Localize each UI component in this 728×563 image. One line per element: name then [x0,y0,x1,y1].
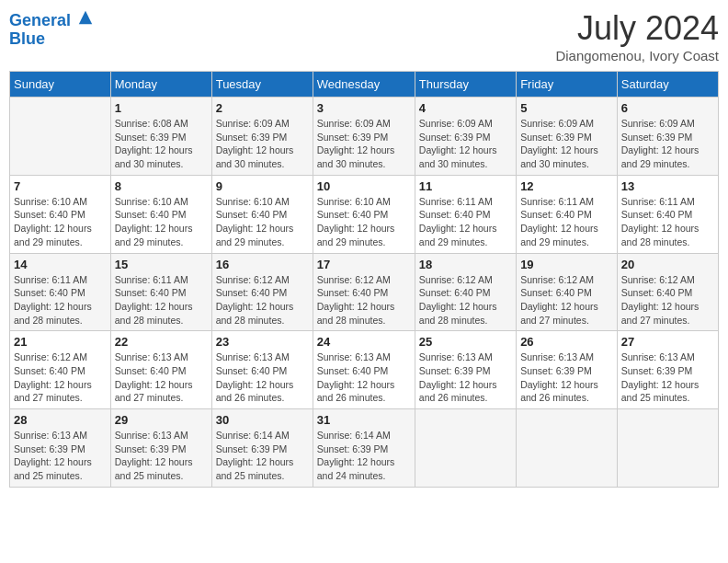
calendar-cell [415,409,516,488]
day-info: Sunrise: 6:11 AM Sunset: 6:40 PM Dayligh… [520,195,613,249]
day-info: Sunrise: 6:14 AM Sunset: 6:39 PM Dayligh… [216,429,309,483]
day-number: 15 [115,258,208,271]
calendar-week-row: 14Sunrise: 6:11 AM Sunset: 6:40 PM Dayli… [10,253,719,331]
day-info: Sunrise: 6:12 AM Sunset: 6:40 PM Dayligh… [520,273,613,327]
calendar-cell: 4Sunrise: 6:09 AM Sunset: 6:39 PM Daylig… [415,98,516,176]
calendar-week-row: 1Sunrise: 6:08 AM Sunset: 6:39 PM Daylig… [10,98,719,176]
day-info: Sunrise: 6:11 AM Sunset: 6:40 PM Dayligh… [115,273,208,327]
day-info: Sunrise: 6:09 AM Sunset: 6:39 PM Dayligh… [419,117,512,171]
day-info: Sunrise: 6:13 AM Sunset: 6:40 PM Dayligh… [115,350,208,405]
day-number: 4 [419,101,512,115]
day-header-thursday: Thursday [415,72,516,98]
day-info: Sunrise: 6:10 AM Sunset: 6:40 PM Dayligh… [115,195,208,249]
calendar-cell: 26Sunrise: 6:13 AM Sunset: 6:39 PM Dayli… [517,331,618,409]
day-header-saturday: Saturday [617,72,718,98]
day-info: Sunrise: 6:11 AM Sunset: 6:40 PM Dayligh… [419,195,512,249]
calendar-cell: 28Sunrise: 6:13 AM Sunset: 6:39 PM Dayli… [10,409,111,488]
day-info: Sunrise: 6:13 AM Sunset: 6:39 PM Dayligh… [14,429,107,483]
calendar-cell: 11Sunrise: 6:11 AM Sunset: 6:40 PM Dayli… [415,175,516,253]
calendar-cell: 3Sunrise: 6:09 AM Sunset: 6:39 PM Daylig… [313,98,415,176]
calendar-cell: 27Sunrise: 6:13 AM Sunset: 6:39 PM Dayli… [617,331,718,409]
day-number: 29 [115,413,208,427]
calendar-week-row: 28Sunrise: 6:13 AM Sunset: 6:39 PM Dayli… [10,409,719,488]
day-number: 16 [216,258,309,271]
day-number: 2 [216,101,309,115]
day-info: Sunrise: 6:12 AM Sunset: 6:40 PM Dayligh… [14,350,107,405]
calendar-cell: 18Sunrise: 6:12 AM Sunset: 6:40 PM Dayli… [415,253,516,331]
day-number: 19 [520,258,613,271]
day-number: 10 [317,179,411,193]
logo: General Blue [9,9,94,49]
calendar-cell: 7Sunrise: 6:10 AM Sunset: 6:40 PM Daylig… [10,175,111,253]
month-title: July 2024 [555,9,719,48]
day-number: 26 [520,335,613,349]
day-number: 22 [115,335,208,349]
svg-marker-0 [79,11,92,24]
day-number: 18 [419,258,512,271]
calendar-cell: 20Sunrise: 6:12 AM Sunset: 6:40 PM Dayli… [617,253,718,331]
calendar-cell: 14Sunrise: 6:11 AM Sunset: 6:40 PM Dayli… [10,253,111,331]
day-info: Sunrise: 6:09 AM Sunset: 6:39 PM Dayligh… [621,117,714,171]
logo-text: General [9,9,94,30]
day-number: 12 [520,179,613,193]
calendar-cell: 1Sunrise: 6:08 AM Sunset: 6:39 PM Daylig… [110,98,211,176]
day-info: Sunrise: 6:14 AM Sunset: 6:39 PM Dayligh… [317,429,411,483]
day-number: 31 [317,413,411,427]
day-number: 28 [14,413,107,427]
day-info: Sunrise: 6:13 AM Sunset: 6:40 PM Dayligh… [216,350,309,405]
calendar-table: SundayMondayTuesdayWednesdayThursdayFrid… [9,71,719,488]
day-info: Sunrise: 6:11 AM Sunset: 6:40 PM Dayligh… [621,195,714,249]
day-number: 11 [419,179,512,193]
day-number: 25 [419,335,512,349]
calendar-cell: 21Sunrise: 6:12 AM Sunset: 6:40 PM Dayli… [10,331,111,409]
location-subtitle: Diangomenou, Ivory Coast [555,48,719,63]
calendar-cell: 8Sunrise: 6:10 AM Sunset: 6:40 PM Daylig… [110,175,211,253]
calendar-cell: 25Sunrise: 6:13 AM Sunset: 6:39 PM Dayli… [415,331,516,409]
day-info: Sunrise: 6:13 AM Sunset: 6:40 PM Dayligh… [317,350,411,405]
calendar-cell: 13Sunrise: 6:11 AM Sunset: 6:40 PM Dayli… [617,175,718,253]
day-number: 27 [621,335,714,349]
day-info: Sunrise: 6:09 AM Sunset: 6:39 PM Dayligh… [216,117,309,171]
calendar-cell [10,98,111,176]
calendar-cell: 23Sunrise: 6:13 AM Sunset: 6:40 PM Dayli… [211,331,313,409]
day-number: 9 [216,179,309,193]
day-info: Sunrise: 6:12 AM Sunset: 6:40 PM Dayligh… [419,273,512,327]
day-number: 17 [317,258,411,271]
day-header-wednesday: Wednesday [313,72,415,98]
day-number: 20 [621,258,714,271]
calendar-cell: 10Sunrise: 6:10 AM Sunset: 6:40 PM Dayli… [313,175,415,253]
calendar-cell [617,409,718,488]
calendar-header-row: SundayMondayTuesdayWednesdayThursdayFrid… [10,72,719,98]
calendar-cell: 12Sunrise: 6:11 AM Sunset: 6:40 PM Dayli… [517,175,618,253]
day-header-tuesday: Tuesday [211,72,313,98]
day-number: 7 [14,179,107,193]
calendar-cell [517,409,618,488]
day-info: Sunrise: 6:13 AM Sunset: 6:39 PM Dayligh… [621,350,714,405]
day-info: Sunrise: 6:12 AM Sunset: 6:40 PM Dayligh… [317,273,411,327]
calendar-cell: 17Sunrise: 6:12 AM Sunset: 6:40 PM Dayli… [313,253,415,331]
title-block: July 2024 Diangomenou, Ivory Coast [555,9,719,63]
day-info: Sunrise: 6:10 AM Sunset: 6:40 PM Dayligh… [317,195,411,249]
day-number: 5 [520,101,613,115]
day-number: 1 [115,101,208,115]
calendar-cell: 2Sunrise: 6:09 AM Sunset: 6:39 PM Daylig… [211,98,313,176]
calendar-cell: 19Sunrise: 6:12 AM Sunset: 6:40 PM Dayli… [517,253,618,331]
calendar-cell: 16Sunrise: 6:12 AM Sunset: 6:40 PM Dayli… [211,253,313,331]
calendar-cell: 31Sunrise: 6:14 AM Sunset: 6:39 PM Dayli… [313,409,415,488]
day-info: Sunrise: 6:11 AM Sunset: 6:40 PM Dayligh… [14,273,107,327]
calendar-week-row: 21Sunrise: 6:12 AM Sunset: 6:40 PM Dayli… [10,331,719,409]
day-header-monday: Monday [110,72,211,98]
day-number: 3 [317,101,411,115]
day-number: 6 [621,101,714,115]
day-number: 24 [317,335,411,349]
day-number: 13 [621,179,714,193]
calendar-cell: 9Sunrise: 6:10 AM Sunset: 6:40 PM Daylig… [211,175,313,253]
day-header-sunday: Sunday [10,72,111,98]
day-info: Sunrise: 6:12 AM Sunset: 6:40 PM Dayligh… [216,273,309,327]
calendar-cell: 30Sunrise: 6:14 AM Sunset: 6:39 PM Dayli… [211,409,313,488]
calendar-week-row: 7Sunrise: 6:10 AM Sunset: 6:40 PM Daylig… [10,175,719,253]
day-info: Sunrise: 6:09 AM Sunset: 6:39 PM Dayligh… [317,117,411,171]
day-info: Sunrise: 6:09 AM Sunset: 6:39 PM Dayligh… [520,117,613,171]
calendar-cell: 5Sunrise: 6:09 AM Sunset: 6:39 PM Daylig… [517,98,618,176]
calendar-cell: 22Sunrise: 6:13 AM Sunset: 6:40 PM Dayli… [110,331,211,409]
